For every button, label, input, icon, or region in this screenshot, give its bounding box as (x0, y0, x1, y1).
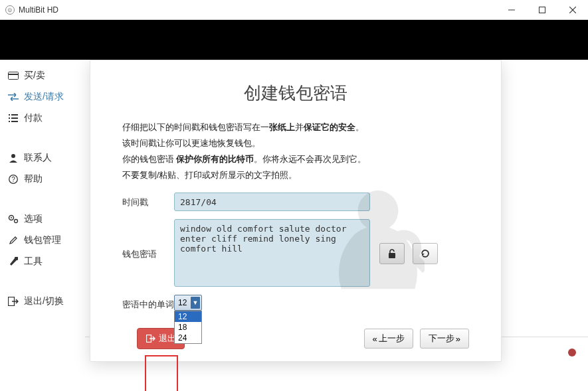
sidebar-item-payments[interactable]: 付款 (0, 108, 85, 129)
wordcount-option-18[interactable]: 18 (175, 322, 201, 333)
seed-words-field[interactable] (174, 219, 370, 287)
wordcount-dropdown: 12 18 24 (174, 311, 202, 344)
chevron-down-icon: ▼ (191, 297, 200, 309)
prev-button[interactable]: « 上一步 (364, 329, 413, 349)
sidebar-item-help[interactable]: ? 帮助 (0, 169, 85, 190)
sidebar-label: 退出/切换 (24, 295, 64, 307)
timestamp-field[interactable] (174, 193, 370, 211)
refresh-button[interactable] (413, 243, 438, 264)
sidebar-item-buy-sell[interactable]: 买/卖 (0, 65, 85, 86)
wordcount-label: 密语中的单词 (122, 295, 174, 311)
wordcount-option-12[interactable]: 12 (175, 311, 201, 322)
transfer-icon (8, 93, 19, 101)
credit-card-icon (8, 72, 19, 80)
sidebar-item-options[interactable]: 选项 (0, 208, 85, 230)
user-icon (8, 153, 19, 163)
exit-label: 退出 (159, 333, 176, 345)
sidebar-label: 付款 (24, 112, 43, 124)
unlock-button[interactable] (379, 243, 405, 264)
annotation-highlight-box (145, 355, 178, 391)
app-icon: ⊚ (5, 5, 15, 15)
svg-rect-5 (8, 74, 19, 75)
wordcount-select[interactable]: 12 ▼ 12 18 24 (174, 295, 202, 311)
toolbar-blackbar (0, 20, 588, 60)
svg-rect-1 (539, 7, 545, 13)
wrench-icon (8, 257, 19, 266)
svg-text:?: ? (11, 176, 15, 183)
sidebar-label: 发送/请求 (24, 91, 64, 103)
sidebar-item-exit-switch[interactable]: 退出/切换 (0, 291, 85, 312)
chevrons-left-icon: « (373, 334, 377, 344)
sidebar-label: 联系人 (24, 152, 52, 164)
gears-icon (8, 214, 19, 224)
window-title: MultiBit HD (19, 5, 58, 15)
prev-label: 上一步 (379, 333, 405, 345)
next-label: 下一步 (429, 333, 454, 345)
sidebar-label: 钱包管理 (24, 234, 61, 246)
minimize-button[interactable] (496, 0, 527, 20)
svg-point-12 (11, 154, 15, 158)
question-icon: ? (8, 175, 19, 184)
svg-rect-4 (9, 72, 19, 80)
list-icon (8, 114, 19, 122)
sidebar: 买/卖 发送/请求 付款 联系人 ? 帮助 选项 钱包管理 (0, 60, 85, 364)
edit-icon (8, 236, 19, 245)
seed-label: 钱包密语 (122, 219, 174, 260)
dialog-title: 创建钱包密语 (122, 82, 469, 105)
timestamp-label: 时间戳 (122, 193, 174, 208)
maximize-button[interactable] (527, 0, 557, 20)
sidebar-item-send-request[interactable]: 发送/请求 (0, 86, 85, 108)
svg-point-16 (11, 217, 12, 218)
signout-icon (8, 297, 19, 306)
sidebar-label: 买/卖 (24, 70, 45, 82)
signout-icon (146, 335, 155, 343)
sidebar-item-contacts[interactable]: 联系人 (0, 147, 85, 169)
wordcount-option-24[interactable]: 24 (175, 333, 201, 343)
sidebar-item-wallet-manage[interactable]: 钱包管理 (0, 230, 85, 251)
sidebar-item-tools[interactable]: 工具 (0, 251, 85, 272)
svg-point-17 (15, 220, 18, 223)
unlock-icon (387, 248, 397, 259)
titlebar: ⊚ MultiBit HD (0, 0, 588, 20)
sidebar-label: 工具 (24, 256, 43, 268)
create-wallet-seed-dialog: 创建钱包密语 仔细把以下的时间戳和钱包密语写在一张纸上并保证它的安全。 该时间戳… (90, 60, 502, 362)
chevrons-right-icon: » (456, 334, 460, 344)
next-button[interactable]: 下一步 » (420, 329, 469, 349)
close-button[interactable] (557, 0, 588, 20)
sidebar-label: 帮助 (24, 173, 43, 185)
status-indicator-red (568, 349, 576, 356)
wordcount-value: 12 (178, 298, 187, 307)
refresh-icon (420, 248, 431, 259)
svg-rect-22 (389, 253, 395, 258)
sidebar-label: 选项 (24, 213, 43, 225)
instructions-text: 仔细把以下的时间戳和钱包密语写在一张纸上并保证它的安全。 该时间戳让你可以更速地… (122, 119, 469, 183)
